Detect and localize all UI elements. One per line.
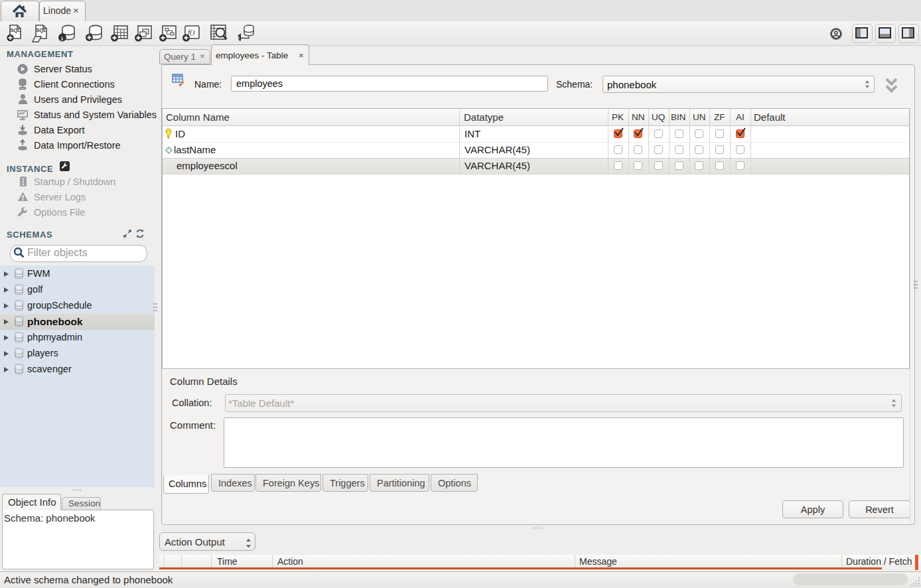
svg-text:f(): f() [188, 28, 195, 37]
svg-text:SQL: SQL [11, 27, 21, 33]
svg-text:SQL: SQL [36, 27, 47, 33]
